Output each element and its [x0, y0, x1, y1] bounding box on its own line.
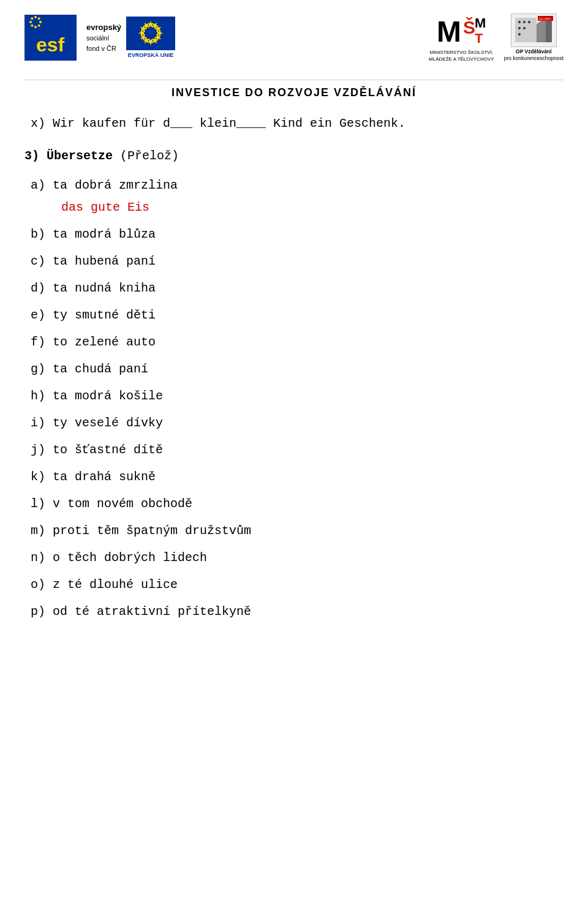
svg-point-35 — [518, 33, 521, 36]
exercise-item-0: a) ta dobrá zmrzlina — [31, 176, 564, 195]
exercise-item-3: c) ta hubená paní — [31, 252, 564, 271]
exercise-item-14: n) o těch dobrých lidech — [31, 549, 564, 567]
exercise-item-6: f) to zelené auto — [31, 333, 564, 352]
svg-point-8 — [31, 17, 33, 20]
exercise-item-16: p) od té atraktivní přítelkyně — [31, 603, 564, 621]
svg-point-6 — [31, 24, 33, 26]
exercise-item-12: l) v tom novém obchodě — [31, 495, 564, 513]
svg-point-3 — [39, 21, 42, 23]
exercise-item-13: m) proti těm špatným družstvům — [31, 522, 564, 540]
svg-point-2 — [38, 17, 40, 20]
svg-point-34 — [523, 27, 526, 29]
esf-svg-icon: esf — [24, 15, 77, 61]
svg-marker-27 — [546, 18, 552, 42]
exercise-item-15: o) z té dlouhé ulice — [31, 576, 564, 594]
page-header: esf evropskýsociálnífond v ČR — [24, 12, 564, 69]
esf-logo-group: esf evropskýsociálnífond v ČR — [24, 15, 175, 61]
eu-label-text: EVROPSKÁ UNIE — [128, 52, 174, 58]
svg-point-5 — [34, 26, 37, 28]
exercise-list: a) ta dobrá zmrzlinadas gute Eisb) ta mo… — [24, 176, 564, 621]
svg-text:M: M — [437, 15, 461, 48]
msmt-svg-icon: M Š M T — [434, 12, 489, 49]
exercise-item-7: g) ta chudá paní — [31, 360, 564, 379]
op-text: OP Vzdělávání pro konkurenceschopnost — [504, 48, 564, 62]
op-logo: EU 2007 OP Vzdělávání pro konkurencescho… — [504, 13, 564, 62]
eu-flag-group: EVROPSKÁ UNIE — [126, 17, 175, 58]
msmt-letters-group: M Š M T — [434, 12, 489, 49]
subtitle-bar: INVESTICE DO ROZVOJE VZDĚLÁVÁNÍ — [24, 80, 564, 99]
svg-point-33 — [518, 27, 521, 29]
section3-title-bold: 3) Übersetze — [24, 149, 113, 163]
op-icon-box: EU 2007 — [511, 13, 557, 47]
svg-point-32 — [528, 21, 530, 23]
exercise-item-2: b) ta modrá blůza — [31, 225, 564, 244]
intro-line: x) Wir kaufen für d___ klein____ Kind ei… — [24, 116, 564, 130]
svg-text:esf: esf — [36, 34, 65, 56]
svg-point-7 — [29, 21, 32, 23]
svg-point-1 — [34, 16, 37, 18]
svg-text:M: M — [475, 15, 486, 31]
svg-text:T: T — [475, 31, 483, 46]
svg-text:Š: Š — [463, 17, 475, 37]
esf-label: evropskýsociálnífond v ČR — [86, 21, 121, 54]
exercise-item-4: d) ta nudná kniha — [31, 279, 564, 298]
section3-title: 3) Übersetze (Přelož) — [24, 149, 564, 163]
msmt-full-text: MINISTERSTVO ŠKOLSTVÍ, MLÁDEŽE A TĚLOVÝC… — [429, 49, 494, 62]
esf-logo: esf — [24, 15, 77, 61]
svg-point-30 — [518, 21, 521, 23]
msmt-logo: M Š M T MINISTERSTVO ŠKOLSTVÍ, MLÁDEŽE A… — [429, 12, 494, 62]
eu-flag-icon — [126, 17, 175, 50]
right-logos: M Š M T MINISTERSTVO ŠKOLSTVÍ, MLÁDEŽE A… — [429, 12, 564, 62]
section3-title-normal: (Přelož) — [113, 149, 179, 163]
exercise-item-5: e) ty smutné děti — [31, 306, 564, 325]
svg-point-4 — [38, 24, 40, 26]
svg-point-31 — [523, 21, 526, 23]
logo-bar: esf evropskýsociálnífond v ČR — [24, 12, 564, 62]
op-icon-svg: EU 2007 — [512, 15, 555, 45]
svg-text:EU 2007: EU 2007 — [540, 17, 552, 21]
exercise-item-11: k) ta drahá sukně — [31, 468, 564, 486]
svg-marker-28 — [537, 18, 546, 42]
exercise-item-10: j) to šťastné dítě — [31, 441, 564, 459]
svg-marker-29 — [515, 18, 537, 42]
exercise-item-1: das gute Eis — [31, 198, 564, 217]
exercise-item-8: h) ta modrá košile — [31, 387, 564, 405]
exercise-item-9: i) ty veselé dívky — [31, 414, 564, 432]
